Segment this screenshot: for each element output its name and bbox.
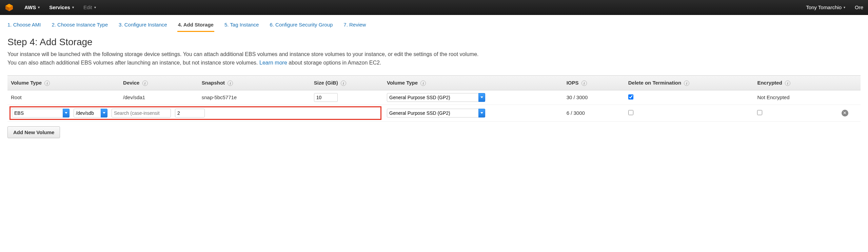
table-row-root: Root /dev/sda1 snap-5bc5771e General Pur… <box>7 90 861 105</box>
th-volume-category: Volume Type i <box>7 75 120 90</box>
table-header-row: Volume Type i Device i Snapshot i Size (… <box>7 75 861 90</box>
nav-edit[interactable]: Edit ▾ <box>79 0 101 15</box>
cell-volume-category: Root <box>7 90 120 105</box>
tab-choose-instance-type[interactable]: 2. Choose Instance Type <box>51 19 108 32</box>
wizard-tabs: 1. Choose AMI 2. Choose Instance Type 3.… <box>0 19 868 32</box>
info-icon[interactable]: i <box>142 80 148 86</box>
info-icon[interactable]: i <box>785 80 790 86</box>
info-icon[interactable]: i <box>684 80 689 86</box>
highlight-box: EBS /dev/sdb <box>9 106 381 120</box>
nav-region-label: Ore <box>855 4 863 10</box>
tab-add-storage[interactable]: 4. Add Storage <box>177 19 214 32</box>
chevron-down-icon: ▾ <box>72 5 74 9</box>
top-nav: AWS ▾ Services ▾ Edit ▾ Tony Tomarchio ▾… <box>0 0 868 15</box>
size-input[interactable] <box>314 93 338 102</box>
delete-on-termination-checkbox[interactable] <box>628 94 633 100</box>
nav-user-label: Tony Tomarchio <box>806 4 842 10</box>
nav-user[interactable]: Tony Tomarchio ▾ <box>801 0 850 15</box>
tab-review[interactable]: 7. Review <box>343 19 367 32</box>
cell-iops: 6 / 3000 <box>563 105 625 121</box>
nav-aws[interactable]: AWS ▾ <box>20 0 44 15</box>
cell-iops: 30 / 3000 <box>563 90 625 105</box>
desc-text-1: Your instance will be launched with the … <box>7 51 479 66</box>
tab-configure-security-group[interactable]: 6. Configure Security Group <box>269 19 333 32</box>
cell-device: /dev/sda1 <box>120 90 198 105</box>
remove-volume-button[interactable]: ✕ <box>842 110 848 116</box>
learn-more-link[interactable]: Learn more <box>259 60 287 66</box>
tab-configure-instance[interactable]: 3. Configure Instance <box>118 19 168 32</box>
table-row-ebs: EBS /dev/sdb <box>7 105 861 121</box>
storage-table: Volume Type i Device i Snapshot i Size (… <box>7 75 861 122</box>
cell-encrypted: Not Encrypted <box>754 90 838 105</box>
size-input[interactable] <box>175 109 205 118</box>
page-description: Your instance will be launched with the … <box>7 50 482 67</box>
th-delete-on-termination: Delete on Termination i <box>625 75 754 90</box>
add-new-volume-button[interactable]: Add New Volume <box>7 126 60 138</box>
desc-text-2: about storage options in Amazon EC2. <box>289 60 381 66</box>
page-title: Step 4: Add Storage <box>7 37 861 48</box>
encrypted-checkbox[interactable] <box>757 110 762 115</box>
nav-services-label: Services <box>49 4 70 10</box>
chevron-down-icon: ▾ <box>38 5 40 9</box>
volume-type-select[interactable]: General Purpose SSD (GP2) <box>387 93 485 102</box>
nav-region[interactable]: Ore <box>850 0 863 15</box>
nav-edit-label: Edit <box>83 4 92 10</box>
content: Step 4: Add Storage Your instance will b… <box>0 32 868 143</box>
volume-type-select[interactable]: General Purpose SSD (GP2) <box>387 109 485 118</box>
tab-choose-ami[interactable]: 1. Choose AMI <box>7 19 41 32</box>
chevron-down-icon: ▾ <box>94 5 96 9</box>
delete-on-termination-checkbox[interactable] <box>628 110 633 115</box>
th-size: Size (GiB) i <box>311 75 383 90</box>
cube-icon <box>5 3 14 12</box>
device-select[interactable]: /dev/sdb <box>74 109 107 118</box>
nav-aws-label: AWS <box>24 4 36 10</box>
info-icon[interactable]: i <box>228 80 233 86</box>
th-encrypted: Encrypted i <box>754 75 838 90</box>
th-device: Device i <box>120 75 198 90</box>
th-snapshot: Snapshot i <box>198 75 311 90</box>
nav-services[interactable]: Services ▾ <box>44 0 79 15</box>
info-icon[interactable]: i <box>420 80 426 86</box>
th-iops: IOPS i <box>563 75 625 90</box>
tab-tag-instance[interactable]: 5. Tag Instance <box>224 19 259 32</box>
chevron-down-icon: ▾ <box>844 5 845 9</box>
snapshot-search-input[interactable] <box>112 109 171 118</box>
volume-category-select[interactable]: EBS <box>12 109 70 118</box>
th-volume-type: Volume Type i <box>383 75 563 90</box>
aws-logo[interactable] <box>5 3 14 12</box>
info-icon[interactable]: i <box>44 80 50 86</box>
info-icon[interactable]: i <box>341 80 346 86</box>
cell-snapshot: snap-5bc5771e <box>198 90 311 105</box>
info-icon[interactable]: i <box>581 80 587 86</box>
